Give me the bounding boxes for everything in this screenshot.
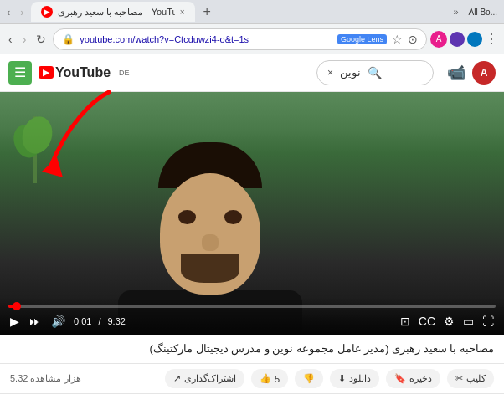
share-btn[interactable]: ↗ اشتراک‌گذاری	[165, 369, 244, 388]
yt-search-area: × نوین 🔍	[136, 60, 434, 85]
forward-button[interactable]: ›	[19, 31, 30, 48]
url-text: youtube.com/watch?v=Ctcduwzi4-o&t=1s	[80, 34, 332, 44]
tab-close-btn[interactable]: ×	[180, 8, 185, 17]
video-title: مصاحبه با سعید رهبری (مدیر عامل مجموعه ن…	[10, 341, 494, 356]
save-btn[interactable]: 🔖 ذخیره	[386, 369, 440, 388]
back-button[interactable]: ‹	[5, 31, 16, 48]
volume-btn[interactable]: 🔊	[49, 313, 67, 330]
youtube-page: ☰ ▶ YouTube DE × نوین 🔍 📹 A	[0, 54, 504, 420]
all-bookmarks-label: All Bo...	[465, 6, 501, 18]
fullscreen-btn[interactable]: ⛶	[481, 313, 496, 330]
captions-btn[interactable]: CC	[417, 313, 437, 330]
search-icon[interactable]: 🔍	[368, 66, 382, 79]
progress-dot	[13, 302, 21, 310]
clip-btn[interactable]: ✂ کلیپ	[447, 369, 494, 388]
refresh-button[interactable]: ↻	[33, 31, 49, 48]
video-section: ▶ ⏭ 🔊 0:01 / 9:32 ⊡ CC ⚙ ▭ ⛶	[0, 92, 504, 335]
theater-btn[interactable]: ▭	[461, 313, 476, 330]
active-tab[interactable]: ▶ مصاحبه با سعید رهبری - YouTube ×	[31, 2, 195, 22]
toolbar-right: A ⋮	[430, 31, 499, 48]
like-icon: 👍	[260, 373, 271, 384]
yt-logo-icon: ▶	[39, 66, 54, 79]
clip-icon: ✂	[455, 373, 463, 384]
time-sep: /	[98, 316, 100, 326]
profile-avatar[interactable]: A	[430, 31, 447, 48]
video-info: مصاحبه با سعید رهبری (مدیر عامل مجموعه ن…	[0, 335, 504, 364]
progress-bar[interactable]	[8, 305, 496, 308]
create-btn[interactable]: 📹	[447, 64, 465, 82]
share-icon: ↗	[173, 373, 181, 384]
time-current: 0:01	[74, 316, 91, 326]
search-text: نوین	[340, 66, 361, 79]
video-controls: ▶ ⏭ 🔊 0:01 / 9:32 ⊡ CC ⚙ ▭ ⛶	[0, 298, 504, 335]
browser-nav-forward[interactable]: ›	[17, 4, 27, 20]
browser-menu-btn[interactable]: ⋮	[485, 31, 499, 47]
bookmark-icon[interactable]: ☆	[392, 33, 403, 46]
miniplayer-btn[interactable]: ⊡	[399, 313, 412, 330]
reader-icon[interactable]: ⊙	[408, 33, 418, 46]
progress-fill	[8, 305, 17, 308]
plant-decoration	[10, 116, 60, 217]
google-lens-badge[interactable]: Google Lens	[337, 34, 387, 44]
youtube-menu-btn[interactable]: ☰	[8, 61, 32, 85]
browser-toolbar: ‹ › ↻ 🔒 youtube.com/watch?v=Ctcduwzi4-o&…	[0, 23, 504, 54]
youtube-header: ☰ ▶ YouTube DE × نوین 🔍 📹 A	[0, 54, 504, 92]
video-player[interactable]: ▶ ⏭ 🔊 0:01 / 9:32 ⊡ CC ⚙ ▭ ⛶	[0, 92, 504, 335]
view-unit: هزار مشاهده	[30, 373, 80, 383]
hamburger-icon: ☰	[14, 64, 26, 80]
extension-icon-1[interactable]	[450, 32, 465, 47]
tab-favicon: ▶	[41, 6, 53, 18]
browser-chrome: ‹ › ▶ مصاحبه با سعید رهبری - YouTube × +…	[0, 0, 504, 54]
yt-search-box[interactable]: × نوین 🔍	[316, 60, 434, 85]
address-bar[interactable]: 🔒 youtube.com/watch?v=Ctcduwzi4-o&t=1s G…	[53, 28, 427, 50]
user-avatar[interactable]: A	[472, 61, 496, 85]
download-btn[interactable]: ⬇ دانلود	[330, 369, 379, 388]
save-icon: 🔖	[394, 373, 406, 384]
next-btn[interactable]: ⏭	[28, 313, 43, 330]
dislike-btn[interactable]: 👎	[295, 369, 323, 388]
extensions-toggle[interactable]: »	[450, 7, 461, 17]
settings-btn[interactable]: ⚙	[442, 313, 456, 330]
yt-header-right: 📹 A	[447, 61, 496, 85]
time-total: 9:32	[107, 316, 125, 326]
tab-title: مصاحبه با سعید رهبری - YouTube	[58, 7, 175, 18]
region-label: DE	[119, 69, 130, 77]
extension-icon-2[interactable]	[467, 32, 482, 47]
search-clear-icon[interactable]: ×	[327, 67, 333, 79]
view-count: 5.32 هزار مشاهده	[10, 373, 81, 384]
video-actions: 5.32 هزار مشاهده ↗ اشتراک‌گذاری 👍 5 👎 ⬇ …	[0, 364, 504, 394]
browser-nav-back[interactable]: ‹	[3, 4, 13, 20]
ctrl-right: ⊡ CC ⚙ ▭ ⛶	[399, 313, 496, 330]
controls-row: ▶ ⏭ 🔊 0:01 / 9:32 ⊡ CC ⚙ ▭ ⛶	[8, 313, 496, 330]
youtube-logo[interactable]: ▶ YouTube	[39, 65, 111, 80]
dislike-icon: 👎	[303, 373, 315, 384]
new-tab-btn[interactable]: +	[198, 4, 216, 19]
play-pause-btn[interactable]: ▶	[8, 313, 21, 330]
like-btn[interactable]: 👍 5	[251, 369, 288, 388]
download-icon: ⬇	[338, 373, 346, 384]
tab-bar: ‹ › ▶ مصاحبه با سعید رهبری - YouTube × +…	[0, 0, 504, 23]
yt-logo-text: YouTube	[55, 65, 111, 80]
